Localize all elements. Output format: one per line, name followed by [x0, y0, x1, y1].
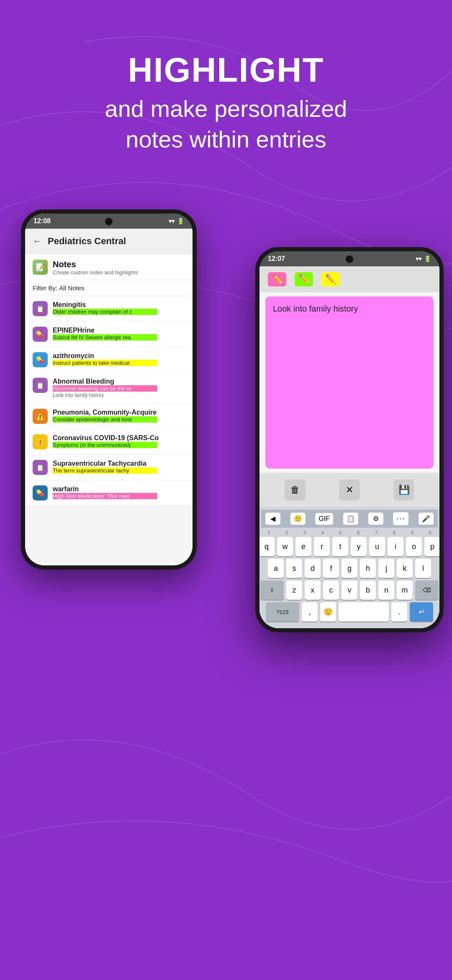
num-switch-key[interactable]: ?123: [266, 602, 299, 622]
notes-header: 📝 Notes Create custom notes and highligh…: [25, 254, 193, 280]
item-name: EPINEPHrine: [53, 327, 185, 334]
status-icons-back: ▾▾ 🔋: [169, 218, 184, 224]
key-b[interactable]: b: [360, 580, 376, 600]
num-label: 7: [369, 530, 384, 535]
save-button[interactable]: 💾: [393, 480, 414, 500]
keyboard-row-4: ?123 , 🙂 . ↵: [261, 602, 438, 622]
list-item[interactable]: 💊 azithromycin Instruct patients to take…: [25, 347, 193, 373]
key-p[interactable]: p: [424, 537, 439, 556]
item-content: Meningitis Older children may complain o…: [53, 301, 185, 315]
notes-icon: 📝: [33, 260, 48, 275]
close-button[interactable]: ✕: [339, 480, 360, 500]
list-item[interactable]: ⚠️ Coronavirus COVID-19 (SARS-Co Symptom…: [25, 429, 193, 455]
note-content-area[interactable]: Look into family history: [265, 297, 434, 469]
highlight-yellow-button[interactable]: ✏️: [321, 272, 340, 286]
notes-title: Notes: [53, 260, 138, 269]
delete-button[interactable]: 🗑: [285, 480, 306, 500]
key-v[interactable]: v: [342, 580, 357, 600]
shift-key[interactable]: ⇧: [260, 580, 284, 600]
keyboard-mic-btn[interactable]: 🎤: [419, 513, 434, 525]
key-j[interactable]: j: [378, 559, 394, 578]
key-d[interactable]: d: [305, 559, 321, 578]
item-desc: Abnormal bleeding can be the re: [53, 385, 157, 392]
comma-key[interactable]: ,: [302, 602, 318, 622]
keyboard-gif-btn[interactable]: GIF: [315, 513, 333, 525]
key-u[interactable]: u: [369, 537, 385, 556]
highlight-green-button[interactable]: ✏️: [295, 272, 313, 286]
hero-subtitle: and make personalized notes within entri…: [0, 94, 452, 155]
key-m[interactable]: m: [397, 580, 413, 600]
item-icon: 📋: [33, 301, 48, 316]
phone-back-screen: 12:08 ▾▾ 🔋 ← Pediatrics Central 📝 Notes …: [25, 214, 193, 565]
phone-front: 12:07 ▾▾ 🔋 ✏️ ✏️ ✏️ Look into family his…: [255, 247, 444, 632]
app-header: ← Pediatrics Central: [25, 229, 193, 254]
key-z[interactable]: z: [286, 580, 302, 600]
back-button[interactable]: ←: [33, 236, 42, 247]
list-item[interactable]: 💊 warfarin High Alert Medication: This m…: [25, 480, 193, 506]
item-icon: 📋: [33, 378, 48, 393]
keyboard-emoji-btn[interactable]: 🙂: [290, 513, 306, 525]
key-t[interactable]: t: [332, 537, 348, 556]
key-n[interactable]: n: [378, 580, 394, 600]
item-content: Abnormal Bleeding Abnormal bleeding can …: [53, 378, 185, 398]
item-desc: Consider epidemiologic and host: [53, 416, 157, 423]
item-icon: 💊: [33, 352, 48, 367]
key-k[interactable]: k: [397, 559, 413, 578]
note-text: Look into family history: [273, 304, 426, 314]
key-f[interactable]: f: [323, 559, 339, 578]
filter-bar[interactable]: Filter By: All Notes: [25, 280, 193, 296]
keyboard-clipboard-btn[interactable]: 📋: [343, 513, 358, 525]
phones-container: 12:08 ▾▾ 🔋 ← Pediatrics Central 📝 Notes …: [0, 180, 452, 934]
item-note: Look into family history: [53, 392, 185, 398]
item-desc: High Alert Medication: This med: [53, 493, 157, 499]
notes-text: Notes Create custom notes and highlights: [53, 260, 138, 276]
key-i[interactable]: i: [388, 537, 403, 556]
keyboard-settings-btn[interactable]: ⚙: [368, 513, 383, 525]
highlight-toolbar: ✏️ ✏️ ✏️: [259, 266, 439, 292]
battery-icon: 🔋: [177, 218, 184, 224]
item-content: warfarin High Alert Medication: This med: [53, 485, 185, 499]
key-o[interactable]: o: [406, 537, 422, 556]
key-l[interactable]: l: [415, 559, 431, 578]
key-g[interactable]: g: [342, 559, 357, 578]
list-item[interactable]: 💊 EPINEPHrine Subcut IM IV Severe allerg…: [25, 322, 193, 347]
key-w[interactable]: w: [277, 537, 293, 556]
keyboard-more-btn[interactable]: ···: [393, 512, 408, 525]
list-item[interactable]: ⚠️ Pneumonia, Community-Acquire Consider…: [25, 404, 193, 429]
highlight-pink-button[interactable]: ✏️: [268, 272, 286, 286]
emoji-key[interactable]: 🙂: [320, 602, 336, 622]
item-desc: Instruct patients to take medicat: [53, 360, 157, 366]
item-content: Supraventricular Tachycardia The term su…: [53, 460, 185, 474]
key-a[interactable]: a: [268, 559, 284, 578]
key-r[interactable]: r: [314, 537, 330, 556]
key-s[interactable]: s: [286, 559, 302, 578]
key-x[interactable]: x: [305, 580, 321, 600]
keyboard-row-1: q w e r t y u i o p: [261, 537, 438, 556]
list-item[interactable]: 📋 Supraventricular Tachycardia The term …: [25, 455, 193, 480]
key-y[interactable]: y: [351, 537, 367, 556]
camera-back: [105, 218, 113, 225]
list-item[interactable]: 📋 Abnormal Bleeding Abnormal bleeding ca…: [25, 373, 193, 404]
list-item[interactable]: 📋 Meningitis Older children may complain…: [25, 296, 193, 322]
filter-label: Filter By:: [33, 284, 57, 291]
key-h[interactable]: h: [360, 559, 376, 578]
enter-key[interactable]: ↵: [410, 602, 433, 622]
item-content: Pneumonia, Community-Acquire Consider ep…: [53, 409, 185, 423]
backspace-key[interactable]: ⌫: [415, 580, 439, 600]
item-icon: 💊: [33, 485, 48, 500]
item-name: Meningitis: [53, 301, 185, 309]
num-label: 4: [315, 530, 330, 535]
item-desc: Older children may complain of c: [53, 309, 157, 315]
num-label: 9: [404, 530, 420, 535]
camera-front: [346, 255, 353, 263]
key-e[interactable]: e: [295, 537, 311, 556]
item-icon: 📋: [33, 460, 48, 475]
key-q[interactable]: q: [259, 537, 275, 556]
status-time-back: 12:08: [33, 217, 51, 225]
num-label: 0: [422, 530, 438, 535]
keyboard-back-btn[interactable]: ◀: [265, 513, 280, 525]
key-c[interactable]: c: [323, 580, 339, 600]
battery-icon-front: 🔋: [424, 255, 431, 262]
period-key[interactable]: .: [391, 602, 407, 622]
space-key[interactable]: [339, 602, 389, 622]
